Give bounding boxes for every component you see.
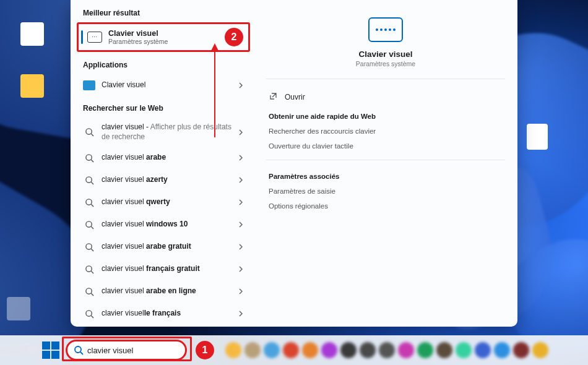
taskbar-app-icon[interactable] <box>264 342 280 358</box>
web-help-label: Obtenir une aide rapide du Web <box>266 106 505 124</box>
taskbar-app-icon[interactable] <box>321 342 337 358</box>
search-icon <box>83 285 95 298</box>
svg-point-12 <box>85 266 91 272</box>
taskbar-app-icon[interactable] <box>340 342 357 358</box>
svg-point-16 <box>85 311 91 316</box>
search-input[interactable] <box>87 346 191 355</box>
search-icon <box>83 218 95 231</box>
open-label: Ouvrir <box>285 93 305 101</box>
taskbar-app-icon[interactable] <box>494 342 510 358</box>
svg-line-1 <box>91 134 93 136</box>
search-icon <box>83 241 95 253</box>
svg-point-6 <box>85 199 91 205</box>
open-icon <box>269 92 279 102</box>
svg-point-14 <box>85 288 91 294</box>
chevron-right-icon <box>238 177 244 183</box>
taskbar-app-icon[interactable] <box>379 342 395 358</box>
web-result-text: clavier visuel - Afficher plus de résult… <box>102 122 231 142</box>
taskbar-app-icon[interactable] <box>532 342 548 358</box>
svg-line-5 <box>91 182 93 184</box>
chevron-right-icon <box>238 221 244 228</box>
desktop-icon[interactable] <box>4 297 33 322</box>
svg-line-7 <box>91 204 93 207</box>
web-result-text: clavier visuel windows 10 <box>102 220 231 230</box>
taskbar-pinned-apps <box>225 342 548 358</box>
web-result-text: clavier visuel qwerty <box>102 197 231 207</box>
svg-point-8 <box>85 221 91 227</box>
taskbar-app-icon[interactable] <box>283 342 299 358</box>
web-result-item[interactable]: clavier visuel arabe <box>77 147 250 169</box>
web-help-link[interactable]: Rechercher des raccourcis clavier <box>266 124 505 139</box>
desktop-icon[interactable] <box>17 74 47 99</box>
related-setting-link[interactable]: Options régionales <box>266 199 505 213</box>
section-web-search: Rechercher sur le Web <box>77 101 250 118</box>
taskbar-app-icon[interactable] <box>417 342 433 358</box>
search-flyout: Meilleur résultat ⋯ Clavier visuel Param… <box>71 0 517 327</box>
taskbar-app-icon[interactable] <box>513 342 529 358</box>
svg-line-15 <box>91 293 93 296</box>
related-setting-link[interactable]: Paramètres de saisie <box>266 184 505 199</box>
svg-point-2 <box>85 155 91 160</box>
svg-point-18 <box>75 346 81 353</box>
open-action[interactable]: Ouvrir <box>266 88 505 106</box>
related-settings-label: Paramètres associés <box>266 166 505 184</box>
chevron-right-icon <box>238 155 244 161</box>
web-result-text: clavier visuelle français <box>102 309 231 319</box>
taskbar-app-icon[interactable] <box>244 342 261 358</box>
web-result-text: clavier visuel arabe gratuit <box>102 242 231 252</box>
svg-point-10 <box>85 244 91 249</box>
keyboard-icon <box>368 17 403 42</box>
taskbar-app-icon[interactable] <box>225 342 241 358</box>
taskbar-app-icon[interactable] <box>360 342 376 358</box>
section-best-result: Meilleur résultat <box>77 6 250 22</box>
chevron-right-icon <box>238 311 244 317</box>
taskbar-app-icon[interactable] <box>456 342 472 358</box>
web-result-item[interactable]: clavier visuel windows 10 <box>77 213 250 236</box>
desktop-icon[interactable] <box>17 22 47 47</box>
taskbar-app-icon[interactable] <box>302 342 318 358</box>
preview-header: Clavier visuel Paramètres système <box>266 11 505 79</box>
search-icon <box>83 152 95 164</box>
annotation-arrow-up <box>214 45 215 137</box>
search-icon <box>83 263 95 275</box>
web-result-text: clavier visuel arabe <box>102 153 231 163</box>
app-icon <box>83 79 95 92</box>
svg-line-9 <box>91 226 93 229</box>
app-result-item[interactable]: Clavier visuel <box>77 74 250 97</box>
app-result-title: Clavier visuel <box>102 80 231 90</box>
taskbar-app-icon[interactable] <box>398 342 414 358</box>
search-icon <box>74 345 84 355</box>
svg-line-11 <box>91 249 93 251</box>
taskbar-app-icon[interactable] <box>475 342 491 358</box>
svg-point-0 <box>85 129 91 134</box>
web-result-item[interactable]: clavier visuel arabe en ligne <box>77 280 250 303</box>
taskbar: 1 <box>0 335 588 365</box>
annotation-step-2: 2 <box>225 28 243 46</box>
svg-point-4 <box>85 177 91 182</box>
chevron-right-icon <box>238 129 244 135</box>
svg-line-3 <box>91 160 93 162</box>
web-result-item[interactable]: clavier visuelle français <box>77 303 250 325</box>
chevron-right-icon <box>238 199 244 205</box>
search-icon <box>83 307 95 320</box>
svg-line-17 <box>91 316 93 318</box>
desktop-icon[interactable] <box>522 124 552 151</box>
taskbar-search-box[interactable] <box>66 340 187 361</box>
start-button[interactable] <box>42 341 59 359</box>
chevron-right-icon <box>238 266 244 272</box>
taskbar-app-icon[interactable] <box>436 342 452 358</box>
web-help-link[interactable]: Ouverture du clavier tactile <box>266 139 505 153</box>
web-result-item[interactable]: clavier visuel azerty <box>77 169 250 191</box>
chevron-right-icon <box>238 288 244 294</box>
web-result-item[interactable]: clavier visuel arabe gratuit <box>77 236 250 258</box>
annotation-step-1: 1 <box>196 341 214 359</box>
web-result-item[interactable]: clavier visuel qwerty <box>77 191 250 213</box>
best-result-item[interactable]: ⋯ Clavier visuel Paramètres système 2 <box>77 22 250 52</box>
web-result-item[interactable]: clavier visuel français gratuit <box>77 258 250 280</box>
preview-subtitle: Paramètres système <box>266 60 505 67</box>
search-icon <box>83 196 95 208</box>
web-result-item[interactable]: clavier visuel - Afficher plus de résult… <box>77 118 250 147</box>
web-result-text: clavier visuel arabe en ligne <box>102 286 231 296</box>
svg-line-13 <box>91 271 93 273</box>
svg-line-19 <box>80 352 83 354</box>
